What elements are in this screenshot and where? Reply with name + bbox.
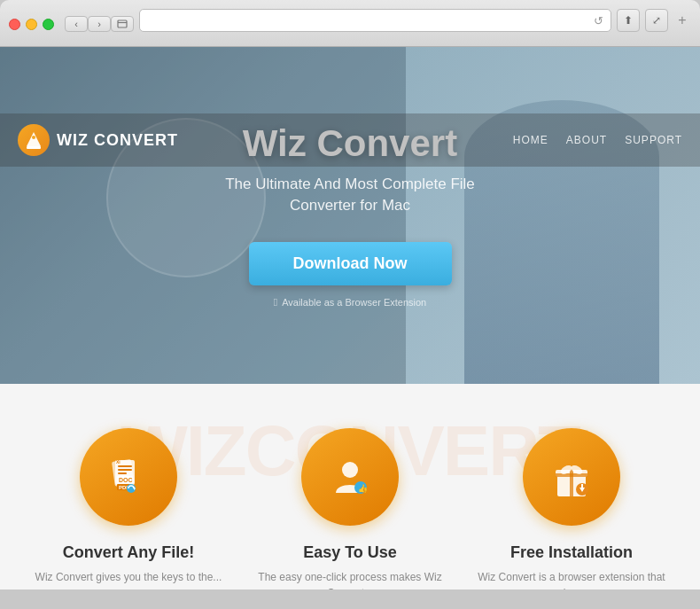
feature-convert-title: Convert Any File! (31, 543, 226, 562)
svg-text:👍: 👍 (358, 483, 369, 494)
easy-icon-wrap: 👍 (301, 428, 399, 526)
svg-rect-28 (581, 484, 583, 488)
nav-links: HOME ABOUT SUPPORT (513, 134, 682, 146)
svg-point-4 (32, 136, 35, 139)
logo-text: WIZ CONVERT (57, 131, 178, 150)
feature-convert-desc: Wiz Convert gives you the keys to the... (31, 569, 226, 585)
address-bar[interactable]: ↺ (139, 9, 611, 32)
minimize-button[interactable] (26, 19, 37, 30)
hero-section: Wiz Convert The Ultimate And Most Comple… (0, 47, 700, 384)
free-icon-wrap (523, 428, 620, 526)
web-content: WIZ CONVERT HOME ABOUT SUPPORT Wiz Conve… (0, 47, 700, 589)
feature-free: Free Installation Wiz Convert is a brows… (474, 428, 669, 589)
share-icon: ⬆ (624, 14, 633, 27)
svg-rect-9 (118, 472, 127, 474)
apple-note-text: Available as a Browser Extension (282, 297, 426, 308)
svg-text:DOC: DOC (119, 477, 133, 483)
free-icon (550, 456, 593, 498)
maximize-button[interactable] (43, 19, 54, 30)
convert-icon-wrap: Xi DOC PDF (80, 428, 177, 526)
window-button[interactable] (111, 16, 134, 32)
nav-home[interactable]: HOME (513, 134, 548, 146)
easy-icon: 👍 (329, 456, 371, 498)
feature-easy: 👍 Easy To Use The easy one-click process… (253, 428, 447, 589)
svg-rect-3 (27, 146, 41, 149)
svg-rect-8 (118, 469, 132, 471)
feature-free-title: Free Installation (474, 543, 669, 562)
close-button[interactable] (9, 19, 20, 30)
zoom-icon: ⤢ (652, 14, 661, 27)
plus-icon: + (678, 12, 686, 28)
share-button[interactable]: ⬆ (617, 9, 640, 32)
svg-rect-7 (118, 465, 132, 467)
feature-free-desc: Wiz Convert is a browser extension that … (474, 569, 669, 589)
feature-easy-title: Easy To Use (253, 543, 447, 562)
forward-icon: › (97, 19, 101, 29)
back-icon: ‹ (74, 19, 78, 29)
apple-note:  Available as a Browser Extension (225, 296, 475, 308)
traffic-lights (9, 19, 54, 30)
apple-icon:  (274, 296, 277, 308)
feature-easy-desc: The easy one-click process makes Wiz Con… (253, 569, 447, 589)
svg-point-17 (342, 462, 358, 478)
browser-chrome: ‹ › ↺ ⬆ ⤢ + (0, 0, 700, 47)
download-now-button[interactable]: Download Now (249, 242, 452, 285)
zoom-button[interactable]: ⤢ (645, 9, 668, 32)
feature-convert: Xi DOC PDF Convert Any File! Wiz Convert… (31, 428, 226, 589)
forward-button[interactable]: › (88, 16, 111, 32)
title-bar: ‹ › ↺ ⬆ ⤢ + (9, 9, 691, 39)
hero-subtitle: The Ultimate And Most Complete FileConve… (225, 174, 475, 216)
reload-icon[interactable]: ↺ (594, 14, 603, 27)
nav-about[interactable]: ABOUT (566, 134, 607, 146)
nav-support[interactable]: SUPPORT (625, 134, 682, 146)
new-tab-button[interactable]: + (673, 9, 691, 32)
logo[interactable]: WIZ CONVERT (18, 124, 178, 156)
svg-rect-0 (118, 20, 127, 27)
convert-icon: Xi DOC PDF (105, 453, 153, 502)
svg-text:Xi: Xi (116, 459, 121, 465)
svg-rect-23 (556, 473, 587, 477)
site-navigation: WIZ CONVERT HOME ABOUT SUPPORT (0, 113, 700, 167)
back-button[interactable]: ‹ (65, 16, 88, 32)
features-section: WIZCONVERT Xi DOC (0, 384, 700, 589)
logo-icon (18, 124, 50, 156)
